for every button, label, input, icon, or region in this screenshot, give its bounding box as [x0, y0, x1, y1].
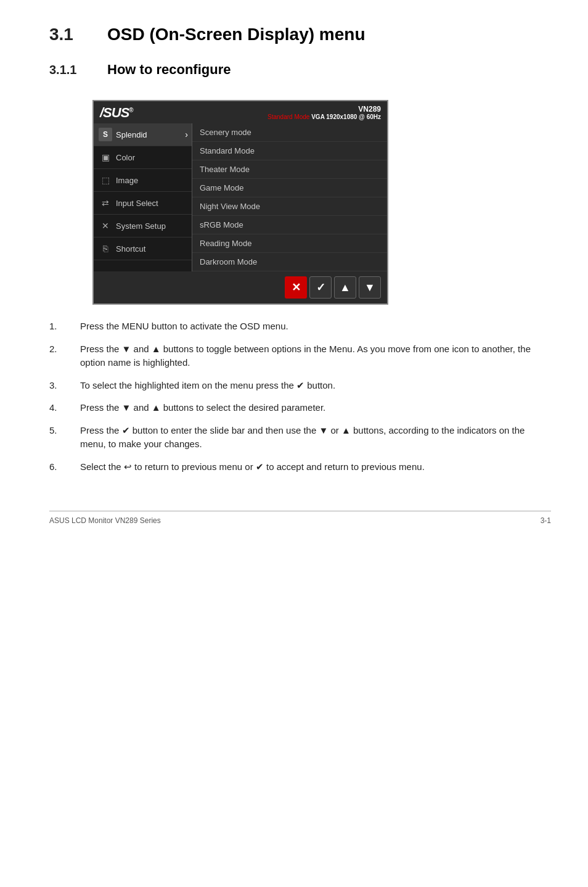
game-label: Game Mode [200, 183, 244, 192]
footer-left-text: ASUS LCD Monitor VN289 Series [49, 516, 161, 525]
osd-close-button[interactable]: ✕ [285, 276, 307, 299]
nightview-label: Night View Mode [200, 202, 260, 211]
osd-footer: ✕ ✓ ▲ ▼ [94, 271, 387, 303]
sub-section-title: How to reconfigure [107, 62, 231, 78]
osd-up-button[interactable]: ▲ [334, 276, 356, 299]
standard-label: Standard Mode [200, 146, 255, 155]
shortcut-label: Shortcut [116, 244, 145, 254]
instruction-text-6: Select the ↩ to return to previous menu … [80, 460, 551, 474]
instruction-text-4: Press the ▼ and ▲ buttons to select the … [80, 401, 551, 415]
instruction-2: 2. Press the ▼ and ▲ buttons to toggle b… [49, 342, 551, 370]
osd-model: VN289 [267, 105, 381, 113]
sub-item-theater[interactable]: Theater Mode [192, 160, 387, 179]
menu-item-color[interactable]: ▣ Color [94, 146, 192, 169]
osd-screen: /SUS® VN289 Standard Mode VGA 1920x1080 … [92, 100, 388, 305]
sub-item-srgb[interactable]: sRGB Mode [192, 216, 387, 234]
sub-item-scenery[interactable]: Scenery mode [192, 123, 387, 142]
instruction-text-1: Press the MENU button to activate the OS… [80, 320, 551, 334]
scenery-label: Scenery mode [200, 128, 251, 137]
instruction-num-4: 4. [49, 401, 80, 415]
instruction-text-2: Press the ▼ and ▲ buttons to toggle betw… [80, 342, 551, 370]
image-label: Image [116, 176, 138, 185]
section-number: 3.1 [49, 25, 92, 44]
instruction-5: 5. Press the ✔ button to enter the slide… [49, 424, 551, 452]
darkroom-label: Darkroom Mode [200, 257, 257, 266]
sub-section-number: 3.1.1 [49, 63, 92, 77]
sub-item-standard[interactable]: Standard Mode [192, 142, 387, 160]
image-icon: ⬚ [99, 173, 112, 187]
system-icon: ✕ [99, 219, 112, 233]
shortcut-icon: ⎘ [99, 242, 112, 255]
section-title: OSD (On-Screen Display) menu [107, 25, 365, 44]
instruction-num-5: 5. [49, 424, 80, 452]
input-label: Input Select [116, 199, 158, 208]
instruction-num-6: 6. [49, 460, 80, 474]
color-label: Color [116, 153, 135, 162]
osd-right-menu: Scenery mode Standard Mode Theater Mode … [192, 123, 387, 271]
asus-logo: /SUS® [100, 105, 133, 121]
system-label: System Setup [116, 221, 166, 231]
color-icon: ▣ [99, 151, 112, 164]
instruction-num-2: 2. [49, 342, 80, 370]
menu-item-image[interactable]: ⬚ Image [94, 169, 192, 192]
instruction-6: 6. Select the ↩ to return to previous me… [49, 460, 551, 474]
instruction-text-3: To select the highlighted item on the me… [80, 379, 551, 393]
menu-item-input[interactable]: ⇄ Input Select [94, 192, 192, 215]
osd-signal: Standard Mode VGA 1920x1080 @ 60Hz [267, 113, 381, 121]
sub-item-nightview[interactable]: Night View Mode [192, 197, 387, 216]
osd-down-button[interactable]: ▼ [359, 276, 381, 299]
splendid-chevron: › [185, 130, 188, 139]
instruction-num-3: 3. [49, 379, 80, 393]
splendid-icon: S [99, 128, 112, 141]
osd-top-right: VN289 Standard Mode VGA 1920x1080 @ 60Hz [267, 105, 381, 121]
sub-item-darkroom[interactable]: Darkroom Mode [192, 253, 387, 271]
menu-item-shortcut[interactable]: ⎘ Shortcut [94, 237, 192, 260]
osd-header: /SUS® VN289 Standard Mode VGA 1920x1080 … [94, 101, 387, 123]
srgb-label: sRGB Mode [200, 220, 243, 229]
instruction-3: 3. To select the highlighted item on the… [49, 379, 551, 393]
instruction-1: 1. Press the MENU button to activate the… [49, 320, 551, 334]
reading-label: Reading Mode [200, 239, 252, 248]
instructions-section: 1. Press the MENU button to activate the… [49, 320, 551, 474]
page-footer: ASUS LCD Monitor VN289 Series 3-1 [49, 511, 551, 525]
sub-item-game[interactable]: Game Mode [192, 179, 387, 197]
instruction-num-1: 1. [49, 320, 80, 334]
osd-left-menu: S Splendid › ▣ Color ⬚ Image ⇄ Input Se [94, 123, 192, 271]
osd-body: S Splendid › ▣ Color ⬚ Image ⇄ Input Se [94, 123, 387, 271]
osd-confirm-button[interactable]: ✓ [309, 276, 332, 299]
instruction-text-5: Press the ✔ button to enter the slide ba… [80, 424, 551, 452]
instruction-4: 4. Press the ▼ and ▲ buttons to select t… [49, 401, 551, 415]
input-icon: ⇄ [99, 196, 112, 210]
menu-item-system[interactable]: ✕ System Setup [94, 215, 192, 237]
sub-item-reading[interactable]: Reading Mode [192, 234, 387, 253]
theater-label: Theater Mode [200, 165, 250, 174]
footer-right-text: 3-1 [541, 516, 551, 525]
menu-item-splendid[interactable]: S Splendid › [94, 123, 192, 146]
splendid-label: Splendid [116, 130, 147, 139]
